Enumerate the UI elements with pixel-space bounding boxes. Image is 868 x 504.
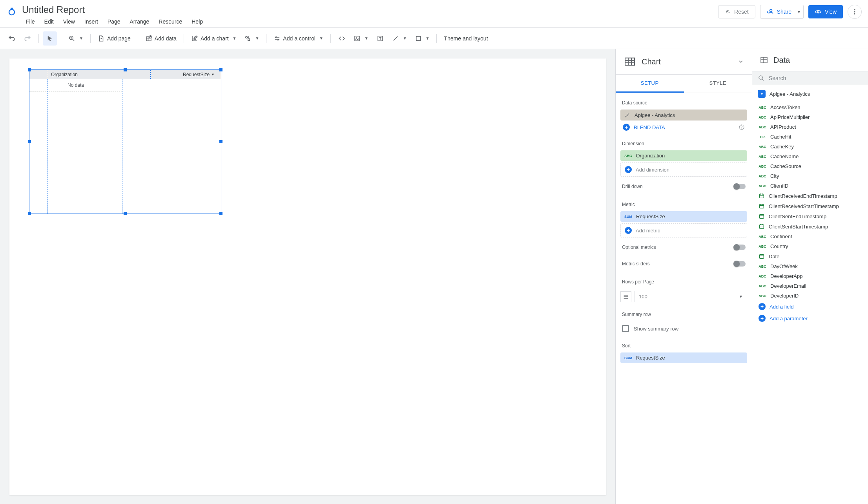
field-item[interactable]: 123CacheHit <box>755 132 866 142</box>
svg-point-0 <box>9 9 15 15</box>
field-item[interactable]: ABCApiPriceMultiplier <box>755 112 866 122</box>
table-chart-widget[interactable]: Organization RequestSize▼ No data <box>29 69 221 214</box>
theme-layout-button[interactable]: Theme and layout <box>441 31 491 46</box>
type-badge: ABC <box>759 245 766 248</box>
field-item[interactable]: ABCClientID <box>755 181 866 191</box>
resize-handle[interactable] <box>28 68 31 71</box>
field-item[interactable]: ABCDeveloperID <box>755 291 866 301</box>
dimension-chip[interactable]: ABC Organization <box>620 150 747 161</box>
sort-chip[interactable]: SUM RequestSize <box>620 352 747 363</box>
more-vert-icon <box>851 8 858 15</box>
field-item[interactable]: ClientReceivedStartTimestamp <box>755 201 866 211</box>
canvas-area[interactable]: Organization RequestSize▼ No data <box>0 49 615 504</box>
field-item[interactable]: ABCContinent <box>755 232 866 241</box>
add-dimension-button[interactable]: + Add dimension <box>620 163 747 177</box>
add-metric-button[interactable]: + Add metric <box>620 223 747 237</box>
add-page-button[interactable]: Add page <box>95 31 134 46</box>
metric-name: RequestSize <box>636 214 665 219</box>
tab-style[interactable]: STYLE <box>684 75 752 93</box>
resize-handle[interactable] <box>219 68 222 71</box>
reset-button[interactable]: Reset <box>718 5 755 18</box>
main-area: Organization RequestSize▼ No data Chart … <box>0 49 868 504</box>
show-summary-checkbox[interactable] <box>622 325 629 332</box>
menu-view[interactable]: View <box>59 17 79 26</box>
svg-rect-26 <box>760 254 764 258</box>
help-icon[interactable] <box>739 124 745 130</box>
menu-insert[interactable]: Insert <box>80 17 102 26</box>
drill-down-toggle[interactable] <box>734 184 746 189</box>
chevron-down-icon[interactable] <box>738 58 744 65</box>
zoom-button[interactable]: ▼ <box>65 31 86 46</box>
menu-help[interactable]: Help <box>188 17 207 26</box>
add-field-button[interactable]: +Add a field <box>755 301 866 312</box>
field-item[interactable]: ABCCacheName <box>755 152 866 161</box>
field-item[interactable]: ABCAPIProduct <box>755 122 866 132</box>
field-item[interactable]: ABCDeveloperApp <box>755 271 866 281</box>
reset-label: Reset <box>734 9 749 15</box>
blend-data-button[interactable]: + BLEND DATA <box>619 121 749 134</box>
field-search[interactable]: Search <box>752 71 868 85</box>
more-options-button[interactable] <box>848 5 862 19</box>
add-parameter-button[interactable]: +Add a parameter <box>755 312 866 324</box>
type-badge: ABC <box>759 284 766 288</box>
resize-handle[interactable] <box>28 140 31 143</box>
config-tabs: SETUP STYLE <box>616 75 752 93</box>
share-button[interactable]: Share <box>760 5 798 19</box>
field-name: Continent <box>770 234 792 239</box>
report-title[interactable]: Untitled Report <box>22 4 718 17</box>
shapes-icon <box>244 35 251 42</box>
resize-handle[interactable] <box>124 212 127 215</box>
field-item[interactable]: Date <box>755 251 866 261</box>
community-viz-button[interactable]: ▼ <box>241 31 262 46</box>
menu-edit[interactable]: Edit <box>40 17 58 26</box>
menu-file[interactable]: File <box>22 17 39 26</box>
table-icon <box>624 55 636 68</box>
field-item[interactable]: ClientReceivedEndTimestamp <box>755 191 866 201</box>
field-item[interactable]: ABCCacheSource <box>755 161 866 171</box>
resize-handle[interactable] <box>124 68 127 71</box>
add-control-button[interactable]: Add a control▼ <box>270 31 326 46</box>
field-item[interactable]: ABCCountry <box>755 241 866 251</box>
field-item[interactable]: ABCDayOfWeek <box>755 261 866 271</box>
undo-button[interactable] <box>5 31 19 46</box>
tab-setup[interactable]: SETUP <box>616 75 684 93</box>
field-item[interactable]: ABCDeveloperEmail <box>755 281 866 291</box>
column-organization[interactable]: Organization <box>47 72 150 77</box>
embed-button[interactable] <box>335 31 349 46</box>
svg-rect-22 <box>760 194 764 198</box>
shape-button[interactable]: ▼ <box>412 31 433 46</box>
image-button[interactable]: ▼ <box>350 31 372 46</box>
resize-handle[interactable] <box>219 212 222 215</box>
resize-handle[interactable] <box>28 212 31 215</box>
menu-arrange[interactable]: Arrange <box>126 17 153 26</box>
metric-chip[interactable]: SUM RequestSize <box>620 211 747 222</box>
menu-page[interactable]: Page <box>104 17 124 26</box>
type-badge: ABC <box>759 235 766 239</box>
field-item[interactable]: ABCCacheKey <box>755 142 866 152</box>
report-canvas[interactable]: Organization RequestSize▼ No data <box>9 58 606 495</box>
data-source-item[interactable]: ✦ Apigee - Analytics <box>752 85 868 102</box>
view-button[interactable]: View <box>808 5 843 18</box>
field-name: ApiPriceMultiplier <box>770 114 810 120</box>
redo-button[interactable] <box>20 31 35 46</box>
resize-handle[interactable] <box>219 140 222 143</box>
menu-resource[interactable]: Resource <box>155 17 186 26</box>
share-dropdown[interactable]: ▼ <box>793 5 804 19</box>
data-source-chip[interactable]: Apigee - Analytics <box>620 110 747 121</box>
optional-metrics-toggle[interactable] <box>734 245 746 250</box>
app-logo[interactable] <box>6 6 17 17</box>
field-item[interactable]: ClientSentStartTimestamp <box>755 221 866 232</box>
field-item[interactable]: ABCCity <box>755 171 866 181</box>
pointer-tool[interactable] <box>43 31 57 46</box>
field-item[interactable]: ClientSentEndTimestamp <box>755 211 866 221</box>
field-name: ClientReceivedStartTimestamp <box>769 203 839 209</box>
add-data-button[interactable]: Add data <box>142 31 180 46</box>
line-button[interactable]: ▼ <box>389 31 410 46</box>
rows-per-page-select[interactable]: 100 ▼ <box>635 291 747 302</box>
column-requestsize[interactable]: RequestSize▼ <box>150 70 221 79</box>
svg-point-1 <box>770 9 772 12</box>
add-chart-button[interactable]: Add a chart▼ <box>188 31 240 46</box>
text-button[interactable] <box>373 31 387 46</box>
metric-sliders-toggle[interactable] <box>734 261 746 267</box>
field-item[interactable]: ABCAccessToken <box>755 102 866 112</box>
